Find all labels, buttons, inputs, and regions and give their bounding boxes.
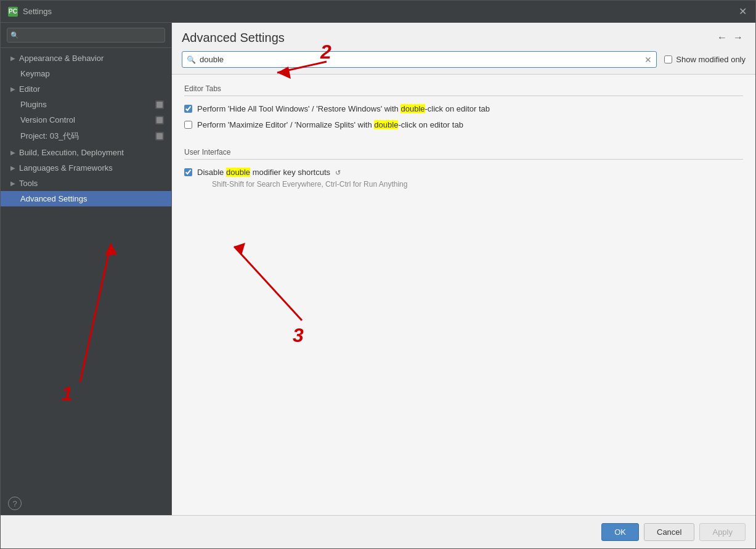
plugins-badge: [155, 100, 164, 109]
maximize-editor-item: Perform 'Maximize Editor' / 'Normalize S…: [184, 117, 743, 133]
arrow-icon: ▶: [10, 86, 15, 92]
disable-double-modifier-hint: Shift-Shift for Search Everywhere, Ctrl-…: [212, 180, 407, 189]
sidebar-search-container: 🔍: [1, 23, 171, 48]
sidebar-item-project[interactable]: Project: 03_代码: [1, 128, 171, 145]
hide-tool-windows-checkbox[interactable]: [184, 105, 192, 113]
svg-rect-2: [156, 133, 163, 139]
help-button[interactable]: ?: [8, 497, 22, 510]
maximize-editor-label: Perform 'Maximize Editor' / 'Normalize S…: [197, 120, 463, 131]
bottom-buttons: OK Cancel Apply: [601, 523, 746, 541]
cancel-button[interactable]: Cancel: [644, 523, 694, 541]
disable-double-modifier-checkbox[interactable]: [184, 168, 192, 176]
show-modified-checkbox[interactable]: [664, 55, 672, 63]
settings-search-input[interactable]: [182, 51, 657, 68]
clear-search-icon[interactable]: ✕: [644, 55, 652, 65]
main-content: Editor Tabs Perform 'Hide All Tool Windo…: [172, 75, 755, 515]
sidebar-item-appearance[interactable]: ▶ Appearance & Behavior: [1, 51, 171, 66]
sidebar-item-keymap[interactable]: Keymap: [1, 66, 171, 81]
sidebar-search-icon: 🔍: [10, 31, 19, 39]
main-panel: Advanced Settings ← → 🔍 ✕ Show modified: [172, 23, 755, 515]
reset-icon[interactable]: ↺: [335, 169, 341, 176]
sidebar-item-plugins[interactable]: Plugins: [1, 97, 171, 112]
svg-rect-1: [156, 117, 163, 123]
sidebar-nav: ▶ Appearance & Behavior Keymap ▶ Editor …: [1, 48, 171, 492]
maximize-editor-checkbox[interactable]: [184, 121, 192, 129]
ok-button[interactable]: OK: [601, 523, 639, 541]
window-title: Settings: [23, 7, 737, 16]
arrow-icon: ▶: [10, 180, 15, 187]
close-button[interactable]: ✕: [737, 6, 748, 17]
editor-tabs-header: Editor Tabs: [184, 84, 743, 96]
sidebar: 🔍 ▶ Appearance & Behavior Keymap ▶ Edito…: [1, 23, 172, 515]
back-button[interactable]: ←: [715, 30, 730, 45]
project-badge: [155, 132, 164, 140]
sidebar-item-editor[interactable]: ▶ Editor: [1, 81, 171, 97]
arrow-icon: ▶: [10, 149, 15, 156]
title-bar: PC Settings ✕: [1, 1, 755, 23]
arrow-icon: ▶: [10, 55, 15, 62]
user-interface-section: User Interface Disable double modifier k…: [184, 148, 743, 190]
user-interface-header: User Interface: [184, 148, 743, 160]
svg-rect-0: [156, 102, 163, 108]
panel-title: Advanced Settings: [182, 31, 715, 45]
sidebar-item-languages[interactable]: ▶ Languages & Frameworks: [1, 160, 171, 176]
sidebar-item-tools[interactable]: ▶ Tools: [1, 176, 171, 191]
bottom-bar: OK Cancel Apply: [1, 515, 755, 548]
disable-double-modifier-label: Disable double modifier key shortcuts ↺: [197, 168, 341, 177]
apply-button[interactable]: Apply: [699, 523, 746, 541]
sidebar-item-advanced-settings[interactable]: Advanced Settings: [1, 191, 171, 206]
settings-search-container: 🔍 ✕: [182, 51, 657, 68]
disable-double-modifier-item: Disable double modifier key shortcuts ↺ …: [184, 165, 743, 190]
app-icon: PC: [8, 7, 18, 17]
sidebar-item-version-control[interactable]: Version Control: [1, 112, 171, 128]
vc-badge: [155, 116, 164, 124]
main-header: Advanced Settings ← → 🔍 ✕ Show modified: [172, 23, 755, 75]
hide-tool-windows-label: Perform 'Hide All Tool Windows' / 'Resto…: [197, 104, 490, 115]
editor-tabs-section: Editor Tabs Perform 'Hide All Tool Windo…: [184, 84, 743, 133]
forward-button[interactable]: →: [731, 30, 746, 45]
sidebar-item-build[interactable]: ▶ Build, Execution, Deployment: [1, 145, 171, 160]
sidebar-search-input[interactable]: [7, 28, 165, 43]
show-modified-label[interactable]: Show modified only: [664, 55, 746, 64]
hide-tool-windows-item: Perform 'Hide All Tool Windows' / 'Resto…: [184, 101, 743, 117]
settings-search-icon: 🔍: [187, 55, 196, 64]
arrow-icon: ▶: [10, 165, 15, 171]
